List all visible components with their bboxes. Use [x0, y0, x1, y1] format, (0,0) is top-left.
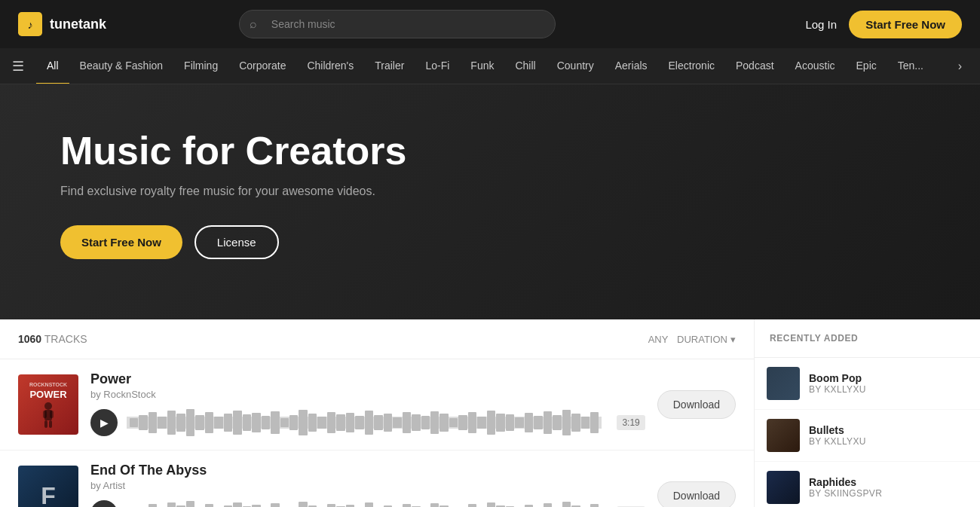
search-bar: ⌕: [239, 10, 556, 38]
waveform-bars-abyss: [127, 499, 602, 507]
tracks-count-label: TRACKS: [44, 333, 87, 345]
waveform-bars-power: [127, 408, 602, 438]
sidebar-track-boom-pop[interactable]: Boom Pop by KXLLYXU: [755, 358, 980, 410]
logo-icon: ♪: [18, 12, 42, 36]
duration-any-label: ANY: [648, 334, 669, 345]
track-title-power: Power: [90, 371, 645, 387]
sidebar-track-artist-bullets: by KXLLYXU: [809, 436, 968, 447]
track-info-power: Power by RocknStock ▶ 3:19: [90, 371, 645, 438]
sidebar-track-title-raphides: Raphides: [809, 476, 968, 488]
sidebar-track-info-raphides: Raphides by SKIINGSPVR: [809, 476, 968, 499]
logo[interactable]: ♪ tunetank: [18, 12, 106, 36]
chevron-down-icon: ▾: [730, 334, 736, 345]
sidebar-cover-boom-pop: [767, 367, 800, 400]
track-artist-abyss: by Artist: [90, 480, 645, 491]
sidebar-header: RECENTLY ADDED: [755, 319, 980, 358]
sidebar-track-info-boom-pop: Boom Pop by KXLLYXU: [809, 372, 968, 395]
sidebar-track-raphides[interactable]: Raphides by SKIINGSPVR: [755, 462, 980, 507]
nav-item-electronic[interactable]: Electronic: [658, 48, 725, 84]
nav-item-epic[interactable]: Epic: [846, 48, 887, 84]
track-item-power: ROCKNSTOCK POWER Power by RocknStock: [0, 359, 754, 450]
license-button[interactable]: License: [194, 225, 279, 259]
waveform-abyss[interactable]: [127, 499, 602, 507]
nav-item-chill[interactable]: Chill: [504, 48, 546, 84]
hero-buttons: Start Free Now License: [60, 225, 920, 259]
track-info-abyss: End Of The Abyss by Artist ▶ 4:02: [90, 463, 645, 507]
nav-item-childrens[interactable]: Children's: [296, 48, 364, 84]
track-duration-power: 3:19: [617, 415, 645, 430]
tracks-count: 1060 TRACKS: [18, 333, 87, 345]
track-item-abyss: F End Of The Abyss by Artist ▶ 4:02 Down…: [0, 450, 754, 507]
hero-title: Music for Creators: [60, 130, 920, 173]
tracks-count-number: 1060: [18, 333, 41, 345]
nav-items: All Beauty & Fashion Filming Corporate C…: [36, 48, 952, 84]
track-player-power: ▶ 3:19: [90, 408, 645, 438]
waveform-power[interactable]: [127, 408, 602, 438]
nav-item-funk[interactable]: Funk: [460, 48, 504, 84]
sidebar-track-artist-boom-pop: by KXLLYXU: [809, 384, 968, 395]
svg-point-2: [44, 402, 52, 410]
download-button-power[interactable]: Download: [657, 390, 736, 419]
svg-rect-5: [50, 411, 54, 418]
sidebar-cover-raphides: [767, 471, 800, 504]
nav-item-beauty-fashion[interactable]: Beauty & Fashion: [69, 48, 174, 84]
content-area: 1060 TRACKS ANY DURATION ▾ ROCKNSTOCK PO…: [0, 319, 980, 507]
svg-rect-6: [44, 420, 47, 428]
track-player-abyss: ▶ 4:02: [90, 499, 645, 507]
play-button-abyss[interactable]: ▶: [90, 500, 118, 507]
nav-item-filming[interactable]: Filming: [173, 48, 228, 84]
tracks-header: 1060 TRACKS ANY DURATION ▾: [0, 319, 754, 359]
start-free-button-hero[interactable]: Start Free Now: [60, 225, 182, 259]
search-icon: ⌕: [250, 17, 257, 31]
tracks-section: 1060 TRACKS ANY DURATION ▾ ROCKNSTOCK PO…: [0, 319, 754, 507]
category-nav: ☰ All Beauty & Fashion Filming Corporate…: [0, 48, 980, 84]
search-input[interactable]: [239, 10, 556, 38]
svg-text:♪: ♪: [27, 19, 32, 31]
sidebar-track-bullets[interactable]: Bullets by KXLLYXU: [755, 410, 980, 462]
power-cover-image: [37, 402, 60, 428]
nav-item-aerials[interactable]: Aerials: [605, 48, 658, 84]
login-button[interactable]: Log In: [805, 18, 837, 31]
nav-item-acoustic[interactable]: Acoustic: [785, 48, 846, 84]
nav-next-icon[interactable]: ›: [952, 60, 968, 73]
nav-item-lofi[interactable]: Lo-Fi: [415, 48, 460, 84]
hero-section: Music for Creators Find exclusive royalt…: [0, 84, 980, 319]
download-button-abyss[interactable]: Download: [657, 481, 736, 507]
play-button-power[interactable]: ▶: [90, 409, 118, 436]
sidebar-cover-bullets: [767, 419, 800, 452]
sidebar-track-info-bullets: Bullets by KXLLYXU: [809, 424, 968, 447]
duration-filter[interactable]: ANY DURATION ▾: [648, 334, 736, 345]
track-cover-abyss: F: [18, 466, 78, 507]
nav-item-podcast[interactable]: Podcast: [725, 48, 785, 84]
nav-item-trailer[interactable]: Trailer: [364, 48, 415, 84]
sidebar-track-title-boom-pop: Boom Pop: [809, 372, 968, 384]
nav-item-corporate[interactable]: Corporate: [228, 48, 296, 84]
nav-item-country[interactable]: Country: [547, 48, 605, 84]
header-right: Log In Start Free Now: [805, 11, 962, 38]
sidebar-track-title-bullets: Bullets: [809, 424, 968, 436]
nav-item-all[interactable]: All: [36, 48, 69, 84]
logo-text: tunetank: [50, 17, 106, 32]
track-cover-power: ROCKNSTOCK POWER: [18, 374, 78, 435]
menu-icon[interactable]: ☰: [12, 58, 24, 75]
duration-value-label: DURATION: [677, 334, 727, 345]
hero-subtitle: Find exclusive royalty free music for yo…: [60, 185, 920, 198]
start-free-button-header[interactable]: Start Free Now: [849, 11, 962, 38]
svg-rect-4: [43, 411, 47, 418]
nav-item-ten[interactable]: Ten...: [887, 48, 934, 84]
track-title-abyss: End Of The Abyss: [90, 463, 645, 478]
sidebar-track-artist-raphides: by SKIINGSPVR: [809, 488, 968, 499]
header: ♪ tunetank ⌕ Log In Start Free Now: [0, 0, 980, 48]
track-artist-power: by RocknStock: [90, 389, 645, 400]
sidebar-recently-added: RECENTLY ADDED Boom Pop by KXLLYXU Bulle…: [754, 319, 980, 507]
svg-rect-7: [49, 420, 52, 428]
